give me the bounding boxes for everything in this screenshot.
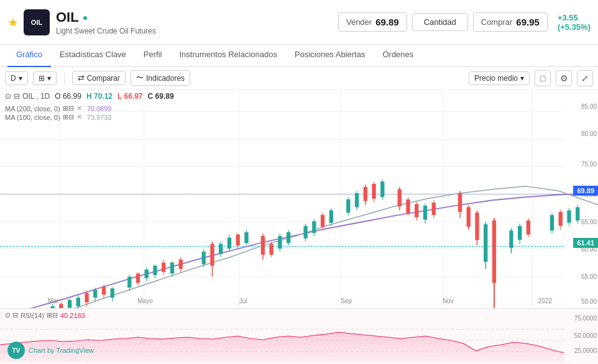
buy-label: Comprar	[481, 17, 513, 27]
svg-rect-105	[559, 212, 563, 226]
svg-rect-49	[244, 232, 248, 243]
ma100-close-button[interactable]: ✕	[76, 113, 82, 121]
tradingview-logo: TV	[7, 342, 25, 359]
svg-rect-31	[153, 266, 157, 275]
open-label: O 66.99	[55, 92, 81, 101]
svg-rect-75	[380, 181, 384, 197]
svg-rect-17	[85, 293, 88, 303]
svg-rect-45	[228, 238, 231, 249]
svg-rect-33	[162, 263, 165, 272]
tab-estadisticas[interactable]: Estadísticas Clave	[51, 45, 135, 67]
price-mode-button[interactable]: Precio medio ▾	[469, 71, 530, 85]
high-label: H 70.12	[86, 92, 113, 101]
ma200-row: MA (200, close, 0) ⊞⊟ ✕ 70.0899	[5, 104, 111, 112]
low-label: L 66.97	[117, 92, 143, 101]
toolbar-right: Precio medio ▾ □ ⚙ ⤢	[469, 70, 593, 86]
interval-label: D	[11, 74, 16, 83]
svg-rect-15	[76, 298, 80, 306]
ma200-close-button[interactable]: ✕	[76, 104, 82, 112]
tab-posiciones[interactable]: Posiciones Abiertas	[286, 45, 374, 67]
svg-rect-39	[202, 252, 206, 264]
chart-type-icon: ⊞	[39, 74, 45, 83]
chart-type-button[interactable]: ⊞ ▾	[33, 71, 57, 85]
svg-rect-101	[527, 221, 530, 235]
x-label-mayo: Mayo	[137, 298, 152, 304]
svg-rect-47	[236, 235, 240, 246]
tab-perfil[interactable]: Perfil	[135, 45, 171, 67]
x-label-nov: Nov	[443, 298, 454, 304]
tab-instrumentos[interactable]: Instrumentos Relacionados	[170, 45, 286, 67]
expand-button[interactable]: ⤢	[577, 70, 593, 86]
chart-container: ⊙ ⊟ OIL , 1D O 66.99 H 70.12 L 66.97 C 6…	[0, 89, 598, 364]
tab-ordenes[interactable]: Órdenes	[374, 45, 422, 67]
rsi-symbol-label: ⊙ ⊟	[5, 311, 18, 319]
current-price-label: 69.89	[573, 186, 598, 196]
tab-grafico[interactable]: Gráfico	[7, 45, 51, 67]
x-label-jul: Jul	[239, 298, 247, 304]
svg-rect-109	[576, 207, 579, 221]
instrument-subtitle: Light Sweet Crude Oil Futures	[56, 27, 338, 35]
x-label-sep: Sep	[341, 298, 352, 304]
compare-icon: ⇄	[78, 73, 85, 83]
favorite-icon[interactable]: ★	[7, 15, 19, 30]
svg-rect-61	[312, 221, 316, 233]
buy-button[interactable]: Comprar 69.95	[473, 12, 548, 32]
svg-rect-65	[329, 211, 333, 223]
sell-button[interactable]: Vender 69.89	[338, 12, 407, 32]
quantity-button[interactable]: Cantidad	[412, 13, 468, 31]
svg-rect-27	[136, 273, 140, 283]
svg-rect-107	[567, 211, 571, 223]
sell-label: Vender	[346, 17, 372, 27]
support-price-label: 61.41	[573, 238, 598, 248]
x-label-mar: Mar	[48, 298, 58, 304]
settings-button[interactable]: ⚙	[556, 70, 572, 86]
svg-rect-99	[518, 226, 522, 240]
sell-price: 69.89	[375, 17, 399, 27]
rsi-panel: ⊙ ⊟ RSI(14) ⊞⊟ 40.2183 75.0000 50.0000 2…	[0, 308, 598, 364]
svg-rect-37	[179, 260, 183, 269]
tabs-bar: Gráfico Estadísticas Clave Perfil Instru…	[0, 45, 598, 67]
svg-rect-83	[423, 206, 427, 220]
tradingview-badge: TV Chart by TradingView	[7, 342, 94, 359]
svg-rect-73	[372, 184, 375, 199]
checkbox-icon: □	[540, 73, 545, 83]
y-label-80: 80.00	[581, 130, 597, 137]
checkbox-button[interactable]: □	[535, 70, 551, 86]
svg-rect-77	[398, 189, 402, 207]
svg-rect-81	[415, 204, 418, 217]
svg-rect-23	[111, 288, 114, 298]
svg-rect-19	[93, 290, 97, 298]
svg-rect-53	[269, 244, 273, 255]
svg-rect-85	[432, 202, 436, 215]
chevron-down-icon-3: ▾	[520, 74, 524, 83]
svg-rect-63	[321, 215, 324, 227]
indicators-button[interactable]: 〜 Indicadores	[131, 70, 190, 86]
rsi-y-50: 50.0000	[574, 332, 597, 339]
svg-rect-89	[467, 207, 471, 227]
interval-button[interactable]: D ▾	[5, 71, 28, 85]
svg-rect-79	[406, 199, 410, 214]
svg-rect-43	[219, 244, 223, 254]
rsi-label: ⊙ ⊟ RSI(14) ⊞⊟ 40.2183	[5, 311, 85, 319]
svg-rect-55	[278, 236, 282, 248]
y-label-75: 75.00	[581, 161, 597, 168]
svg-rect-25	[127, 276, 131, 288]
price-change: +3.55 (+5.35%)	[558, 13, 591, 32]
ma100-row: MA (100, close, 0) ⊞⊟ ✕ 73.9733	[5, 113, 111, 121]
instrument-logo: OIL	[24, 9, 50, 35]
indicators-label: Indicadores	[146, 74, 185, 83]
compare-button[interactable]: ⇄ Comparar	[72, 71, 126, 85]
chart-info-bar: ⊙ ⊟ OIL , 1D O 66.99 H 70.12 L 66.97 C 6…	[5, 92, 174, 101]
svg-rect-93	[484, 224, 487, 262]
buy-price: 69.95	[516, 17, 540, 27]
x-label-2022: 2022	[538, 298, 552, 304]
tradingview-text: Chart by TradingView	[29, 347, 94, 354]
trade-controls: Vender 69.89 Cantidad Comprar 69.95 +3.5…	[338, 12, 591, 32]
gear-icon: ⚙	[560, 73, 568, 83]
compare-label: Comparar	[87, 74, 120, 83]
separator	[64, 72, 65, 84]
price-mode-label: Precio medio	[474, 74, 518, 83]
svg-rect-91	[475, 212, 479, 240]
svg-rect-69	[355, 193, 359, 207]
svg-rect-21	[102, 287, 106, 295]
